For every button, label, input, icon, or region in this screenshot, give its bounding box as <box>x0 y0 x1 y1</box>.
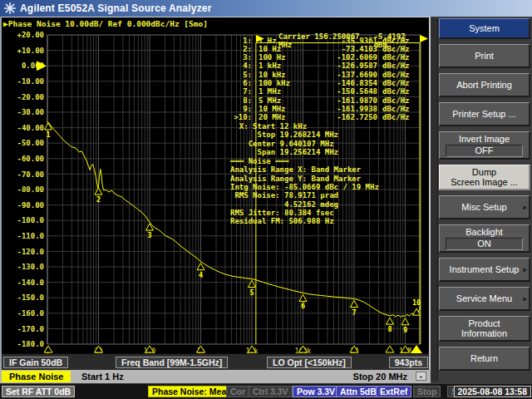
marker-row: 9:10 MHz-161.9938dBc/Hz <box>230 105 421 113</box>
points-readout: 943pts <box>389 357 428 368</box>
svg-text:-30.00: -30.00 <box>17 108 44 116</box>
svg-text:-70.00: -70.00 <box>17 170 44 179</box>
softkey-backlight[interactable]: Backlight ON <box>439 224 530 253</box>
meas-status-badge: Phase Noise: Meas <box>148 386 235 397</box>
svg-text:-180.0: -180.0 <box>17 340 44 348</box>
freq-band-readout: Freq Band [99M-1.5GHz] <box>116 357 228 368</box>
attn-badge: Attn 5dB <box>336 386 381 397</box>
agilent-spark-icon <box>4 2 16 14</box>
softkey-print[interactable]: Print <box>439 44 530 68</box>
bezel-line-left <box>0 17 2 383</box>
svg-text:-110.0: -110.0 <box>17 232 44 240</box>
band-marker-info: X: Start 12 kHz Stop 19.268214 MHz Cente… <box>230 122 338 156</box>
softkey-service-menu[interactable]: Service Menu▶ <box>439 287 530 311</box>
softkey-misc-setup[interactable]: Misc Setup▶ <box>439 195 530 219</box>
marker-row: 8:5 MHz-161.9870dBc/Hz <box>230 96 421 105</box>
extref-badge: ExtRef <box>376 386 411 397</box>
svg-text:-50.00: -50.00 <box>17 139 44 147</box>
invert-image-value: OFF <box>446 145 523 157</box>
svg-text:3: 3 <box>147 231 151 239</box>
marker-row: 3:100 Hz-102.6069dBc/Hz <box>230 53 421 62</box>
svg-text:+20.00: +20.00 <box>17 31 44 39</box>
svg-text:-140.0: -140.0 <box>17 278 44 287</box>
marker-row: 1:1 Hz-35.9361dBc/Hz <box>230 37 421 45</box>
settings-strip: IF Gain 50dB Freq Band [99M-1.5GHz] LO O… <box>0 353 431 370</box>
svg-text:-90.00: -90.00 <box>17 201 44 209</box>
menu-scroll-strip <box>431 18 438 382</box>
lo-opt-readout: LO Opt [<150kHz] <box>267 357 352 368</box>
svg-text:-160.0: -160.0 <box>17 309 44 318</box>
ctrl-badge: Ctrl 3.3V <box>249 386 293 397</box>
svg-text:5: 5 <box>249 288 254 297</box>
svg-text:10: 10 <box>412 298 421 307</box>
svg-text:7: 7 <box>352 308 356 317</box>
bezel-line-top <box>0 17 431 17</box>
instrument-screen: Agilent E5052A Signal Source Analyzer +2… <box>0 0 532 399</box>
svg-text:6: 6 <box>301 302 305 310</box>
softkey-return[interactable]: Return <box>439 347 530 371</box>
marker-row: 5:10 kHz-137.6690dBc/Hz <box>230 71 421 79</box>
channel-tab-phase-noise[interactable]: Phase Noise <box>2 371 71 382</box>
softkey-abort-printing[interactable]: Abort Printing <box>439 73 530 97</box>
svg-text:-60.00: -60.00 <box>17 155 44 163</box>
display-area: +20.00+10.000.000-10.00-20.00-30.00-40.0… <box>0 17 431 370</box>
noise-header: ═══ Noise ═══ <box>230 157 379 165</box>
softkey-invert-image[interactable]: Invert Image OFF <box>439 131 530 160</box>
svg-text:-100.0: -100.0 <box>17 216 44 224</box>
submenu-arrow-icon: ▶ <box>523 204 528 211</box>
marker-table: 1:1 Hz-35.9361dBc/Hz 2:10 Hz-73.4103dBc/… <box>230 37 421 122</box>
marker-row: 2:10 Hz-73.4103dBc/Hz <box>230 45 421 53</box>
status-message: Set RF ATT 0dB <box>2 386 75 397</box>
softkey-instrument-setup[interactable]: Instrument Setup▶ <box>439 258 530 282</box>
if-gain-readout: IF Gain 50dB <box>3 357 68 368</box>
cor-badge: Cor <box>226 386 249 397</box>
stop-badge: Stop <box>413 386 441 397</box>
svg-text:-120.0: -120.0 <box>17 248 44 256</box>
svg-text:8: 8 <box>387 325 392 333</box>
title-bar: Agilent E5052A Signal Source Analyzer <box>0 0 532 17</box>
marker-row: 4:1 kHz-126.9587dBc/Hz <box>230 62 421 70</box>
svg-text:9: 9 <box>403 326 407 334</box>
sweep-bar: Phase Noise Start 1 Hz Stop 20 MHz - <box>0 370 431 383</box>
backlight-value: ON <box>446 238 523 250</box>
window-title: Agilent E5052A Signal Source Analyzer <box>20 0 212 17</box>
status-bar: Set RF ATT 0dB Phase Noise: Meas Cor Ctr… <box>0 383 532 399</box>
svg-text:4: 4 <box>199 271 203 279</box>
marker-row: 7:1 MHz-150.5648dBc/Hz <box>230 87 421 96</box>
trace-header: ▶Phase Noise 10.00dB/ Ref 0.000dBc/Hz [S… <box>3 19 208 28</box>
trace-header-label: Phase Noise 10.00dB/ Ref 0.000dBc/Hz [Sm… <box>8 19 208 28</box>
svg-text:-80.00: -80.00 <box>17 185 44 194</box>
softkey-dump-screen-image[interactable]: Dump Screen Image ... <box>439 165 530 190</box>
sweep-start-readout: Start 1 Hz <box>81 370 124 383</box>
svg-text:-20.00: -20.00 <box>17 93 44 101</box>
softkey-printer-setup[interactable]: Printer Setup ... <box>439 102 530 126</box>
svg-text:-10.00: -10.00 <box>17 77 44 86</box>
svg-text:-40.00: -40.00 <box>17 124 44 132</box>
noise-analysis-info: ═══ Noise ═══ Analysis Range X: Band Mar… <box>230 157 379 226</box>
datetime-readout: 2025-08-08 13:58 <box>454 386 531 397</box>
pow-badge: Pow 3.3V <box>293 386 339 397</box>
collapse-button[interactable]: - <box>416 372 426 381</box>
svg-text:-130.0: -130.0 <box>17 263 44 271</box>
svg-text:-170.0: -170.0 <box>17 325 44 333</box>
marker-row: 6:100 kHz-146.8354dBc/Hz <box>230 79 421 87</box>
svg-text:1: 1 <box>46 131 50 139</box>
marker-row: >10:20 MHz-162.7250dBc/Hz <box>230 113 421 121</box>
menu-header-system: System <box>439 18 530 39</box>
svg-text:+10.00: +10.00 <box>17 47 44 55</box>
submenu-arrow-icon: ▶ <box>523 295 528 303</box>
submenu-arrow-icon: ▶ <box>523 266 528 273</box>
sweep-stop-readout: Stop 20 MHz <box>353 370 407 383</box>
svg-text:2: 2 <box>96 195 101 204</box>
svg-text:-150.0: -150.0 <box>17 293 44 302</box>
softkey-menu: System Print Abort Printing Printer Setu… <box>431 17 532 383</box>
softkey-product-information[interactable]: Product Information <box>439 316 530 342</box>
